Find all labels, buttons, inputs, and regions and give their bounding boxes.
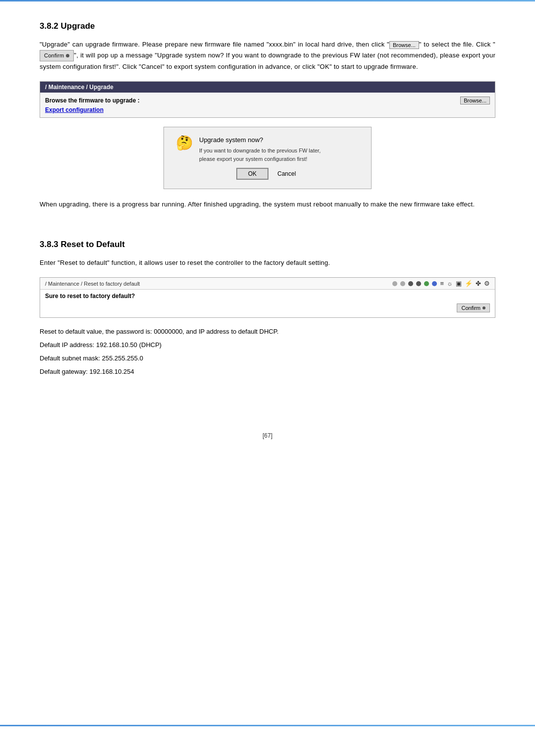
- reset-confirm-dot: [482, 306, 485, 309]
- sun-icon[interactable]: ☼: [447, 280, 453, 287]
- confirm-button-inline[interactable]: Confirm: [40, 50, 74, 61]
- upgrade-description: "Upgrade" can upgrade firmware. Please p…: [40, 39, 495, 72]
- reset-info-line-2: Default IP address: 192.168.10.50 (DHCP): [40, 340, 495, 351]
- reset-info-line-3: Default subnet mask: 255.255.255.0: [40, 353, 495, 364]
- dialog-buttons: OK Cancel: [176, 168, 359, 180]
- status-dot-3: [408, 281, 413, 286]
- upgrade-panel-header: / Maintenance / Upgrade: [40, 82, 495, 93]
- save-icon[interactable]: ▣: [456, 280, 462, 287]
- reset-confirm-button[interactable]: Confirm: [457, 303, 490, 312]
- browse-button-inline[interactable]: Browse...: [389, 41, 419, 49]
- export-config-row: Export configuration: [45, 106, 490, 113]
- dialog-ok-button[interactable]: OK: [236, 168, 268, 180]
- section-upgrade-heading: 3.8.2 Upgrade: [40, 21, 495, 31]
- status-dot-6: [432, 281, 437, 286]
- section-reset-heading: 3.8.3 Reset to Default: [40, 240, 495, 250]
- export-config-link[interactable]: Export configuration: [45, 106, 104, 113]
- dialog-title: Upgrade system now?: [199, 136, 359, 144]
- dialog-question-icon: 🤔: [176, 136, 193, 150]
- reset-panel: / Maintenance / Reset to factory default…: [40, 277, 495, 318]
- reset-question-label: Sure to reset to factory default?: [45, 293, 135, 300]
- dialog-content: Upgrade system now? If you want to downg…: [199, 136, 359, 163]
- reset-panel-body: Sure to reset to factory default? Confir…: [40, 290, 495, 317]
- gear-icon[interactable]: ⚙: [484, 280, 490, 287]
- upgrade-after-text: When upgrading, there is a progress bar …: [40, 199, 495, 210]
- upgrade-dialog-wrapper: 🤔 Upgrade system now? If you want to dow…: [40, 127, 495, 189]
- status-dot-1: [392, 281, 397, 286]
- status-dot-4: [416, 281, 421, 286]
- browse-firmware-row: Browse the firmware to upgrade : Browse.…: [45, 97, 490, 104]
- upgrade-panel-body: Browse the firmware to upgrade : Browse.…: [40, 93, 495, 117]
- section-reset: 3.8.3 Reset to Default Enter "Reset to d…: [40, 240, 495, 377]
- dialog-header-row: 🤔 Upgrade system now? If you want to dow…: [176, 136, 359, 163]
- reset-panel-title: / Maintenance / Reset to factory default: [45, 281, 140, 287]
- reset-info-line-4: Default gateway: 192.168.10.254: [40, 367, 495, 377]
- dialog-subtitle: If you want to downgrade to the previous…: [199, 147, 359, 163]
- reset-description: Enter "Reset to default" function, it al…: [40, 257, 495, 268]
- confirm-dot: [66, 54, 69, 57]
- section-upgrade: 3.8.2 Upgrade "Upgrade" can upgrade firm…: [40, 21, 495, 210]
- reset-info-lines: Reset to default value, the password is:…: [40, 327, 495, 377]
- reset-info-line-1: Reset to default value, the password is:…: [40, 327, 495, 337]
- browse-firmware-button[interactable]: Browse...: [460, 97, 490, 104]
- reset-confirm-row: Confirm: [45, 303, 490, 312]
- reset-panel-header: / Maintenance / Reset to factory default…: [40, 278, 495, 290]
- browse-firmware-label: Browse the firmware to upgrade :: [45, 97, 460, 104]
- dialog-cancel-button[interactable]: Cancel: [274, 168, 299, 180]
- status-dot-5: [424, 281, 429, 286]
- menu-icon[interactable]: ≡: [440, 280, 444, 287]
- upgrade-panel: / Maintenance / Upgrade Browse the firmw…: [40, 81, 495, 118]
- bottom-border: [0, 725, 535, 726]
- status-dot-2: [400, 281, 405, 286]
- power-icon[interactable]: ⚡: [465, 280, 473, 287]
- upgrade-dialog: 🤔 Upgrade system now? If you want to dow…: [163, 127, 372, 189]
- reset-question-row: Sure to reset to factory default?: [45, 293, 490, 300]
- settings-icon[interactable]: ✤: [476, 280, 481, 287]
- reset-panel-icons: ≡ ☼ ▣ ⚡ ✤ ⚙: [392, 280, 490, 287]
- page-number: [67]: [0, 432, 535, 439]
